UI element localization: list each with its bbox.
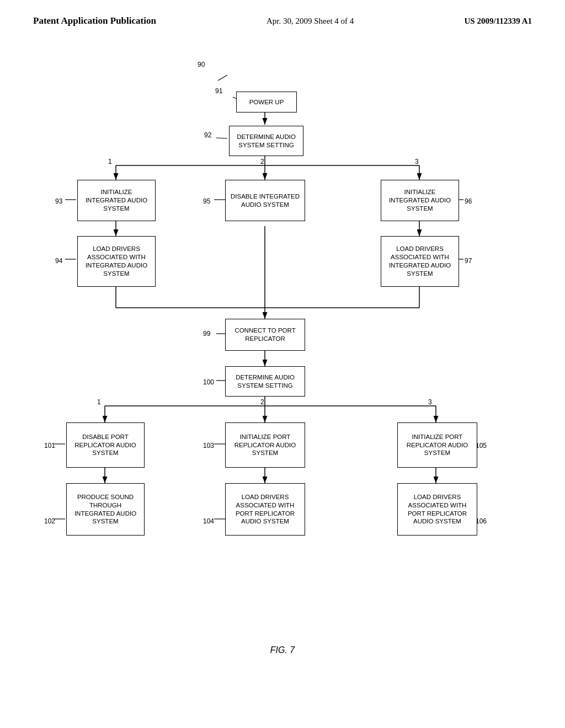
header-date-sheet: Apr. 30, 2009 Sheet 4 of 4	[266, 17, 354, 26]
node-power-up: POWER UP	[236, 92, 297, 113]
node-disable-port-replicator: DISABLE PORT REPLICATOR AUDIO SYSTEM	[66, 422, 145, 468]
header-publication: Patent Application Publication	[33, 15, 156, 26]
ref-96: 96	[465, 197, 472, 205]
node-initialize-integrated-2: INITIALIZE INTEGRATED AUDIO SYSTEM	[381, 180, 459, 221]
svg-line-1	[218, 75, 227, 81]
ref-95: 95	[203, 197, 210, 205]
diagram-area: 90 91 POWER UP 92 DETERMINE AUDIO SYSTEM…	[0, 38, 565, 688]
node-load-drivers-integrated-2: LOAD DRIVERS ASSOCIATED WITH INTEGRATED …	[381, 236, 459, 287]
ref-93: 93	[55, 197, 62, 205]
branch-label-1a: 1	[108, 158, 112, 165]
node-initialize-port-replicator-1: INITIALIZE PORT REPLICATOR AUDIO SYSTEM	[225, 422, 305, 468]
ref-94: 94	[55, 257, 62, 265]
node-initialize-port-replicator-2: INITIALIZE PORT REPLICATOR AUDIO SYSTEM	[397, 422, 477, 468]
node-disable-integrated: DISABLE INTEGRATED AUDIO SYSTEM	[225, 180, 305, 221]
page-header: Patent Application Publication Apr. 30, …	[0, 0, 565, 26]
fig-caption: FIG. 7	[270, 645, 295, 655]
branch-label-1b: 1	[97, 398, 101, 406]
branch-label-2a: 2	[260, 158, 264, 165]
ref-106: 106	[476, 517, 487, 525]
node-determine-audio-1: DETERMINE AUDIO SYSTEM SETTING	[229, 126, 303, 156]
node-connect-port-replicator: CONNECT TO PORT REPLICATOR	[225, 319, 305, 351]
ref-102: 102	[44, 517, 55, 525]
node-load-drivers-integrated-1: LOAD DRIVERS ASSOCIATED WITH INTEGRATED …	[77, 236, 156, 287]
ref-97: 97	[465, 257, 472, 265]
header-patent-number: US 2009/112339 A1	[464, 17, 532, 26]
ref-104: 104	[203, 517, 214, 525]
branch-label-3b: 3	[428, 398, 432, 406]
node-produce-sound-integrated: PRODUCE SOUND THROUGH INTEGRATED AUDIO S…	[66, 483, 145, 536]
branch-label-2b: 2	[260, 398, 264, 406]
ref-101: 101	[44, 442, 55, 449]
node-initialize-integrated-1: INITIALIZE INTEGRATED AUDIO SYSTEM	[77, 180, 156, 221]
ref-91: 91	[215, 87, 222, 95]
ref-92: 92	[204, 131, 211, 139]
branch-label-3a: 3	[415, 158, 419, 165]
svg-line-25	[216, 138, 227, 138]
ref-105: 105	[476, 442, 487, 449]
node-load-drivers-port-replicator-2: LOAD DRIVERS ASSOCIATED WITH PORT REPLIC…	[397, 483, 477, 536]
node-determine-audio-2: DETERMINE AUDIO SYSTEM SETTING	[225, 366, 305, 397]
ref-100: 100	[203, 378, 214, 386]
ref-90: 90	[198, 61, 205, 68]
node-load-drivers-port-replicator-1: LOAD DRIVERS ASSOCIATED WITH PORT REPLIC…	[225, 483, 305, 536]
ref-99: 99	[203, 330, 210, 338]
ref-103: 103	[203, 442, 214, 449]
